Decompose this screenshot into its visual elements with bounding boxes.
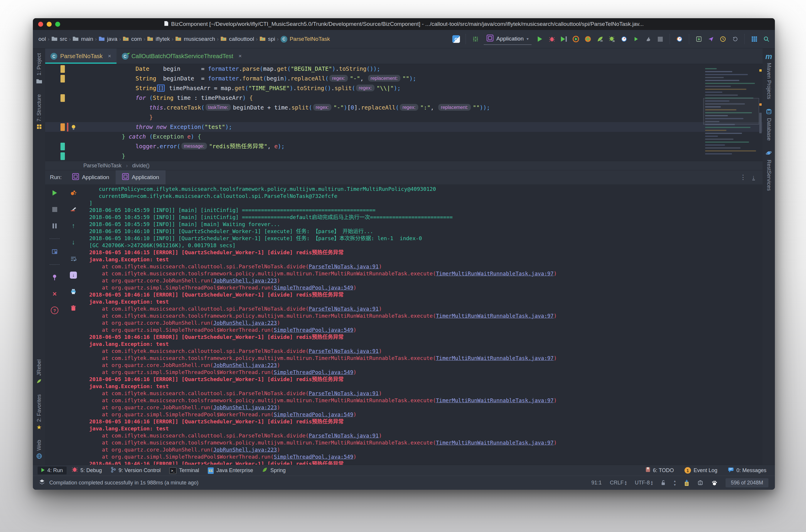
pin-button[interactable] (51, 273, 58, 281)
update-button[interactable] (695, 35, 703, 43)
intention-bulb-icon[interactable] (71, 124, 76, 133)
error-stripe-mark[interactable] (759, 103, 762, 106)
breadcrumb-item-parsetelnotask[interactable]: CParseTelNoTask (280, 36, 331, 42)
tool-window-button-0-messages[interactable]: 0: Messages (724, 466, 770, 475)
translate-button[interactable]: G (452, 35, 460, 43)
breadcrumb-item-java[interactable]: java (98, 36, 118, 42)
stack-trace-link[interactable]: TimerMultiRunWaitRunnableTask.java:97 (436, 270, 554, 277)
tool-window-button-9-version-control[interactable]: 9: Version Control (107, 466, 165, 475)
baidu-paw-icon[interactable] (711, 480, 717, 486)
tool-window-button-jrebel[interactable]: JRebel (36, 359, 42, 385)
stack-trace-link[interactable]: TimerMultiRunWaitRunnableTask.java:97 (436, 313, 554, 319)
stack-trace-link[interactable]: ParseTelNoTask.java:91 (309, 263, 379, 269)
stack-trace-link[interactable]: SimpleThreadPool.java:549 (274, 369, 353, 375)
stack-trace-link[interactable]: TimerMultiRunWaitRunnableTask.java:97 (436, 355, 554, 361)
stack-trace-link[interactable]: ParseTelNoTask.java:91 (309, 348, 379, 354)
tool-window-button-1-project[interactable]: 1: Project (36, 53, 42, 85)
scrollbar-thumb[interactable] (759, 113, 762, 133)
more-options-icon[interactable]: ⋮ (740, 173, 746, 181)
updown-icon[interactable]: ▴▾ (674, 480, 676, 486)
tool-window-button-java-enterprise[interactable]: EEJava Enterprise (204, 466, 257, 475)
breadcrumb-item-main[interactable]: main (72, 36, 94, 42)
layers-icon[interactable] (39, 479, 45, 487)
caret-position[interactable]: 91:1 (591, 480, 602, 486)
tool-window-button-maven-projects[interactable]: mMaven Projects (765, 53, 772, 99)
stack-trace-link[interactable]: TimerMultiRunWaitRunnableTask.java:97 (436, 397, 554, 403)
scroll-down-icon[interactable]: ↓ (752, 175, 755, 180)
layout-button[interactable] (51, 248, 58, 255)
rollback-button[interactable] (731, 35, 739, 43)
run-tab-application[interactable]: Application (116, 170, 166, 184)
tool-window-button-6-todo[interactable]: 6: TODO (641, 466, 678, 475)
tool-window-button-4-run[interactable]: 4: Run (38, 467, 66, 474)
jrebel-debug-button[interactable]: JR (608, 35, 616, 43)
run-configuration-select[interactable]: Application▾ (484, 33, 532, 45)
breadcrumb-item-ool[interactable]: ool (38, 36, 47, 42)
debug-button[interactable] (548, 35, 556, 43)
view-grid-button[interactable] (750, 35, 758, 43)
lock-icon[interactable] (661, 480, 666, 486)
stop-button[interactable] (51, 206, 58, 213)
run-tab-application[interactable]: Application (66, 170, 116, 184)
breadcrumb-class[interactable]: ParseTelNoTask (83, 163, 121, 169)
code-editor[interactable]: Date begin = formatter.parse(map.get("BE… (45, 64, 763, 161)
run-button[interactable] (536, 35, 543, 43)
close-button[interactable]: × (51, 290, 58, 298)
tool-window-button-7-structure[interactable]: 7: Structure (36, 94, 42, 130)
close-tab-icon[interactable]: × (108, 53, 111, 59)
error-stripe-mark[interactable] (759, 69, 762, 72)
gauge-button[interactable] (620, 35, 628, 43)
tool-window-button-terminal[interactable]: >_Terminal (166, 466, 203, 475)
stack-trace-link[interactable]: JobRunShell.java:223 (213, 446, 277, 453)
stack-trace-link[interactable]: JobRunShell.java:223 (213, 362, 277, 368)
jrebel-run-button[interactable]: JR (596, 35, 604, 43)
status-message[interactable]: Compilation completed successfully in 1s… (49, 480, 198, 486)
breadcrumb-method[interactable]: divide() (132, 163, 149, 169)
up-stack-button[interactable]: ↑ (70, 222, 77, 230)
search-button[interactable] (763, 35, 770, 43)
stack-trace-link[interactable]: SimpleThreadPool.java:549 (274, 285, 353, 291)
help-button[interactable]: ? (51, 306, 58, 314)
trash-button[interactable] (70, 304, 77, 312)
plugins-grid-button[interactable] (472, 35, 479, 43)
breadcrumb-item-callouttool[interactable]: callouttool (219, 36, 255, 42)
rerun-button[interactable] (51, 189, 58, 197)
stack-trace-link[interactable]: TimerMultiRunWaitRunnableTask.java:97 (436, 439, 554, 446)
run-console[interactable]: currentPolicy=com.iflytek.musicsearch.to… (89, 184, 763, 465)
zoom-window-button[interactable] (55, 22, 60, 27)
stop-button[interactable] (656, 35, 664, 43)
async-profiler-button[interactable] (584, 35, 592, 43)
stack-trace-link[interactable]: SimpleThreadPool.java:549 (274, 454, 353, 460)
memory-indicator[interactable]: 596 of 2048M (726, 478, 768, 487)
robot-icon[interactable] (697, 480, 703, 486)
breadcrumb-item-spi[interactable]: spi (258, 36, 276, 42)
stack-trace-link[interactable]: SimpleThreadPool.java:549 (274, 411, 353, 418)
breadcrumb-item-src[interactable]: src (51, 36, 68, 42)
pause-button[interactable] (51, 222, 58, 230)
editor-error-stripe[interactable] (759, 66, 762, 159)
tool-window-button-5-debug[interactable]: 5: Debug (68, 466, 105, 475)
down-stack-button[interactable]: ↓ (70, 239, 77, 246)
scroll-end-button[interactable]: ↓ (70, 271, 77, 279)
close-window-button[interactable] (38, 22, 43, 27)
close-tab-icon[interactable]: × (238, 53, 242, 59)
tool-window-button-event-log[interactable]: 1Event Log (681, 466, 721, 474)
run-small-button[interactable] (632, 35, 640, 43)
minimap-viewport[interactable] (703, 98, 759, 125)
stack-trace-link[interactable]: JobRunShell.java:223 (213, 278, 277, 284)
download-document-icon[interactable] (684, 480, 689, 486)
line-ending-select[interactable]: CRLF▴▾ (610, 480, 627, 486)
tab-parsetelnotask[interactable]: CParseTelNoTask× (45, 49, 117, 64)
stack-trace-link[interactable]: ParseTelNoTask.java:91 (309, 390, 379, 396)
dump-button[interactable] (70, 206, 77, 213)
tool-window-button-spring[interactable]: Spring (258, 466, 289, 475)
stack-trace-link[interactable]: JobRunShell.java:223 (213, 404, 277, 411)
breadcrumb-item-musicsearch[interactable]: musicsearch (174, 36, 216, 42)
deploy-button[interactable] (707, 35, 715, 43)
stack-trace-link[interactable]: ParseTelNoTask.java:91 (309, 306, 379, 312)
rabbit-button[interactable] (644, 35, 652, 43)
profiler-button[interactable] (572, 35, 580, 43)
history-button[interactable] (719, 35, 727, 43)
print-button[interactable] (70, 288, 77, 296)
tool-window-button-database[interactable]: Database (766, 109, 772, 140)
